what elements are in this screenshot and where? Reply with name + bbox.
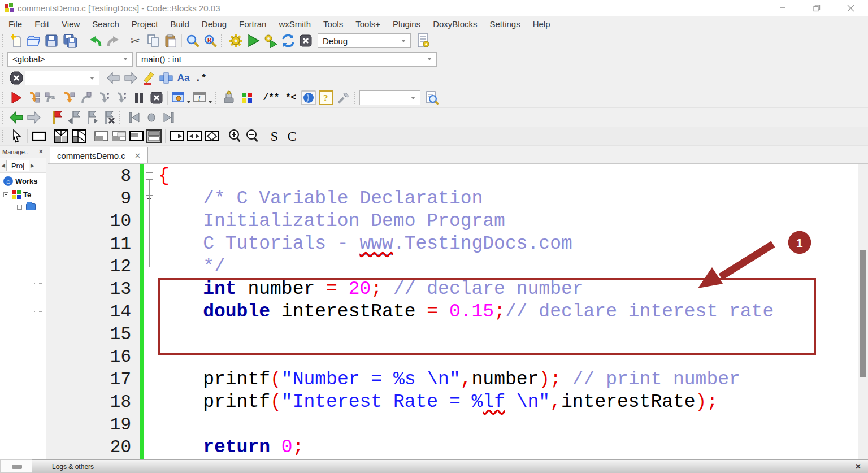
- run-doxywizard-button[interactable]: [300, 90, 317, 106]
- jump-forward-button[interactable]: [160, 110, 177, 125]
- abort-build-button[interactable]: [297, 33, 314, 49]
- wx-class-button[interactable]: C: [283, 128, 301, 144]
- menu-project[interactable]: Project: [125, 16, 164, 32]
- menu-tools-plus[interactable]: Tools+: [349, 16, 387, 32]
- scope-combobox[interactable]: <global>: [7, 52, 133, 67]
- tab-scroll-right-icon[interactable]: ▶: [29, 163, 36, 168]
- selected-text-button[interactable]: [157, 70, 175, 86]
- toolbar-grip[interactable]: [2, 92, 5, 104]
- examine-memory-button[interactable]: [220, 90, 238, 106]
- find-button[interactable]: [184, 33, 202, 49]
- menu-build[interactable]: Build: [164, 16, 196, 32]
- collapsed-pane[interactable]: [0, 459, 32, 473]
- restore-icon[interactable]: [810, 2, 823, 14]
- menu-file[interactable]: File: [2, 16, 28, 32]
- highlight-occurrences-button[interactable]: [140, 70, 157, 86]
- symbol-search-button[interactable]: [423, 90, 440, 106]
- menu-fortran[interactable]: Fortran: [233, 16, 272, 32]
- next-line-button[interactable]: [42, 90, 60, 106]
- fold-marker[interactable]: [146, 172, 153, 180]
- menu-tools[interactable]: Tools: [317, 16, 349, 32]
- menu-wxsmith[interactable]: wxSmith: [272, 16, 317, 32]
- wx-grid-sizer-button[interactable]: [53, 128, 70, 144]
- menu-settings[interactable]: Settings: [483, 16, 526, 32]
- save-button[interactable]: [42, 33, 60, 49]
- tree-item-sources-folder[interactable]: [3, 203, 46, 210]
- clear-search-button[interactable]: [7, 70, 25, 86]
- collapse-toggle-icon[interactable]: [17, 205, 22, 210]
- toolbar-grip[interactable]: [2, 34, 5, 47]
- management-close-icon[interactable]: ✕: [38, 148, 44, 155]
- logs-close-icon[interactable]: ✕: [855, 462, 861, 471]
- nav-forward-button[interactable]: [25, 110, 42, 125]
- toolbar-grip[interactable]: [2, 111, 5, 124]
- debugging-windows-button[interactable]: [170, 90, 192, 106]
- scrollbar-thumb[interactable]: [860, 250, 866, 377]
- step-into-button[interactable]: [60, 90, 77, 106]
- wx-panel-button[interactable]: [30, 128, 47, 144]
- build-button[interactable]: [227, 33, 244, 49]
- various-info-button[interactable]: i: [192, 90, 213, 106]
- regex-button[interactable]: .*: [192, 70, 210, 86]
- debug-search-combobox[interactable]: [359, 90, 420, 105]
- toolbar-grip[interactable]: [2, 72, 5, 84]
- doxy-settings-button[interactable]: [335, 90, 352, 106]
- wx-zoom-out-button[interactable]: [243, 128, 261, 144]
- toolbar-grip[interactable]: [215, 92, 218, 104]
- wx-border-all-button[interactable]: [203, 128, 220, 144]
- menu-debug[interactable]: Debug: [196, 16, 233, 32]
- menu-doxyblocks[interactable]: DoxyBlocks: [427, 16, 483, 32]
- step-out-button[interactable]: [77, 90, 95, 106]
- function-combobox[interactable]: main() : int: [136, 52, 437, 67]
- tab-projects[interactable]: Proj: [6, 160, 29, 171]
- toolbar-grip[interactable]: [119, 111, 122, 124]
- next-bookmark-button[interactable]: [83, 110, 100, 125]
- close-icon[interactable]: [844, 2, 857, 14]
- save-all-button[interactable]: [60, 33, 81, 49]
- prev-bookmark-button[interactable]: [65, 110, 83, 125]
- toolbar-grip[interactable]: [354, 92, 357, 104]
- run-to-cursor-button[interactable]: [25, 90, 42, 106]
- editor-body[interactable]: 891011121314151617181920 { /* C Variable…: [48, 164, 868, 459]
- minimize-icon[interactable]: [776, 2, 789, 14]
- menu-plugins[interactable]: Plugins: [387, 16, 427, 32]
- build-and-run-button[interactable]: [262, 33, 279, 49]
- build-target-select[interactable]: Debug: [318, 33, 411, 48]
- menu-view[interactable]: View: [55, 16, 86, 32]
- break-debugger-button[interactable]: [130, 90, 147, 106]
- stop-debugger-button[interactable]: [147, 90, 165, 106]
- toolbar-grip[interactable]: [2, 53, 5, 66]
- toggle-bookmark-button[interactable]: [47, 110, 65, 125]
- tree-item-workspace[interactable]: ⌂ Works: [3, 176, 46, 186]
- toolbar-grip[interactable]: [221, 34, 224, 47]
- wx-zoom-in-button[interactable]: [225, 128, 243, 144]
- wx-border-left-button[interactable]: [185, 128, 203, 144]
- jump-back-button[interactable]: [125, 110, 142, 125]
- search-prev-button[interactable]: [105, 70, 122, 86]
- match-case-button[interactable]: Aa: [175, 70, 192, 86]
- menu-help[interactable]: Help: [527, 16, 557, 32]
- clear-bookmarks-button[interactable]: [100, 110, 118, 125]
- toolbar-grip[interactable]: [2, 130, 5, 142]
- incremental-search-input[interactable]: [25, 71, 99, 85]
- next-instruction-button[interactable]: [95, 90, 112, 106]
- debug-continue-button[interactable]: [7, 90, 25, 106]
- wx-border-right-button[interactable]: [168, 128, 185, 144]
- logs-panel-header[interactable]: Logs & others ✕: [32, 459, 868, 473]
- undo-button[interactable]: [86, 33, 104, 49]
- doxy-help-button[interactable]: ?: [317, 90, 335, 106]
- menu-search[interactable]: Search: [86, 16, 125, 32]
- wx-align-bottom-button[interactable]: [110, 128, 128, 144]
- open-file-button[interactable]: [25, 33, 42, 49]
- replace-button[interactable]: R: [202, 33, 219, 49]
- jump-marker-button[interactable]: [142, 110, 160, 125]
- doxy-line-comment-button[interactable]: *<: [282, 90, 300, 106]
- wx-expand-button[interactable]: [145, 128, 163, 144]
- redo-button[interactable]: [104, 33, 121, 49]
- paste-button[interactable]: [162, 33, 179, 49]
- tab-close-icon[interactable]: ✕: [134, 151, 141, 160]
- build-options-button[interactable]: [414, 33, 432, 49]
- doxy-block-comment-button[interactable]: /**: [261, 90, 282, 106]
- fold-margin[interactable]: [144, 164, 158, 459]
- vertical-scrollbar[interactable]: [858, 164, 868, 459]
